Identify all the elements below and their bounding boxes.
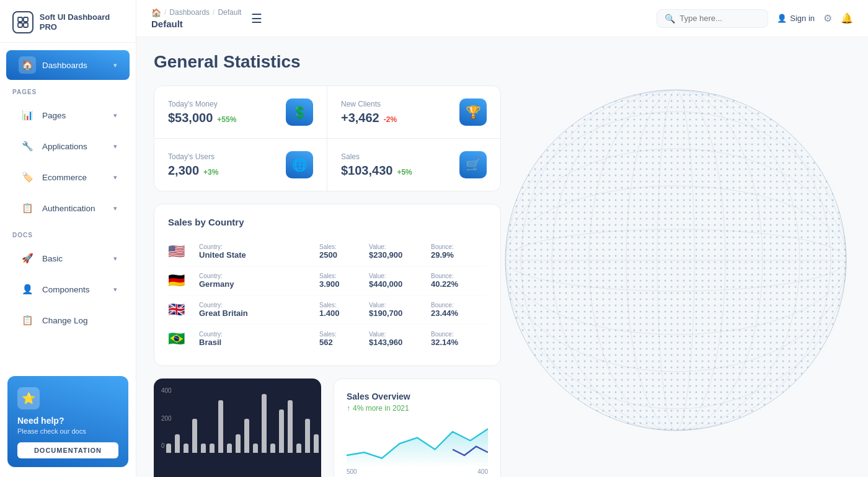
svg-rect-3 bbox=[24, 23, 28, 27]
country-name: Germany bbox=[199, 279, 319, 289]
svg-rect-1 bbox=[24, 17, 28, 22]
y-label-200: 200 bbox=[161, 415, 172, 422]
bar bbox=[270, 444, 275, 453]
documentation-button[interactable]: DOCUMENTATION bbox=[17, 442, 118, 458]
y-label-400: 400 bbox=[161, 387, 172, 394]
bar bbox=[210, 444, 215, 453]
sales-country-title: Sales by Country bbox=[168, 217, 487, 227]
stat-value-clients: +3,462 -2% bbox=[341, 111, 397, 125]
changelog-icon: 📋 bbox=[19, 312, 36, 329]
sales-change: +5% bbox=[397, 168, 412, 177]
chevron-down-icon: ▾ bbox=[113, 112, 117, 120]
sidebar-item-authentication[interactable]: 📋 Authentication ▾ bbox=[6, 193, 130, 223]
country-row: 🇺🇸 Country: United State Sales: 2500 Val… bbox=[168, 237, 487, 266]
sidebar-item-ecommerce[interactable]: 🏷️ Ecommerce ▾ bbox=[6, 162, 130, 192]
country-value: Value: $143,960 bbox=[369, 331, 431, 347]
sidebar-logo: Soft UI Dashboard PRO bbox=[0, 0, 136, 43]
sidebar-item-label: Authentication bbox=[42, 204, 113, 213]
bar bbox=[218, 400, 223, 453]
sales-overview-chart: 500400 bbox=[347, 419, 488, 475]
notification-icon[interactable]: 🔔 bbox=[841, 12, 853, 24]
charts-row: 400 200 0 Sales Overview ↑ 4% more in 20… bbox=[154, 379, 501, 477]
country-info: Country: Brasil bbox=[199, 331, 319, 347]
x-axis-labels: 500400 bbox=[347, 468, 488, 475]
stat-label-users: Today's Users bbox=[168, 152, 218, 161]
sidebar-item-pages[interactable]: 📊 Pages ▾ bbox=[6, 100, 130, 130]
stats-grid: Today's Money $53,000 +55% 💲 New Clients… bbox=[154, 85, 501, 191]
pages-section-label: PAGES bbox=[0, 81, 136, 99]
sales-overview-subtitle: ↑ 4% more in 2021 bbox=[347, 404, 488, 413]
chevron-down-icon: ▾ bbox=[113, 173, 117, 182]
search-input[interactable] bbox=[680, 14, 760, 23]
country-row: 🇬🇧 Country: Great Britain Sales: 1.400 V… bbox=[168, 295, 487, 325]
bar bbox=[192, 419, 197, 453]
ecommerce-icon: 🏷️ bbox=[19, 168, 36, 186]
basic-icon: 🚀 bbox=[19, 250, 36, 267]
bar bbox=[262, 394, 267, 453]
money-amount: $53,000 bbox=[168, 111, 213, 125]
country-bounce: Bounce: 29.9% bbox=[431, 243, 487, 260]
page-title: General Statistics bbox=[154, 52, 851, 72]
logo-text: Soft UI Dashboard PRO bbox=[40, 12, 123, 32]
stat-info-money: Today's Money $53,000 +55% bbox=[168, 100, 236, 125]
signin-button[interactable]: 👤 Sign in bbox=[777, 14, 815, 23]
country-row: 🇧🇷 Country: Brasil Sales: 562 Value: $14… bbox=[168, 325, 487, 353]
bar bbox=[305, 419, 310, 453]
stat-label-money: Today's Money bbox=[168, 100, 236, 108]
sales-amount: $103,430 bbox=[341, 164, 392, 178]
country-sales: Sales: 2500 bbox=[319, 243, 369, 260]
sales-overview-card: Sales Overview ↑ 4% more in 2021 bbox=[334, 379, 501, 477]
hamburger-icon[interactable]: ☰ bbox=[251, 11, 262, 26]
country-bounce: Bounce: 32.14% bbox=[431, 331, 487, 347]
breadcrumb-separator: / bbox=[164, 8, 166, 17]
country-label: Country: bbox=[199, 273, 319, 279]
authentication-icon: 📋 bbox=[19, 199, 36, 217]
country-name: United State bbox=[199, 250, 319, 260]
money-change: +55% bbox=[217, 115, 236, 124]
chevron-down-icon: ▾ bbox=[113, 204, 117, 212]
applications-icon: 🔧 bbox=[19, 138, 36, 155]
sidebar-item-label: Basic bbox=[42, 254, 113, 263]
sidebar-item-changelog[interactable]: 📋 Change Log bbox=[6, 305, 130, 335]
clients-change: -2% bbox=[384, 115, 397, 124]
dashboard-icon: 🏠 bbox=[19, 56, 36, 74]
sidebar: Soft UI Dashboard PRO 🏠 Dashboards ▾ PAG… bbox=[0, 0, 136, 477]
sidebar-nav: 🏠 Dashboards ▾ PAGES 📊 Pages ▾ 🔧 Applica… bbox=[0, 43, 136, 366]
country-bounce: Bounce: 40.22% bbox=[431, 273, 487, 289]
users-icon: 🌐 bbox=[286, 151, 313, 178]
sidebar-item-basic[interactable]: 🚀 Basic ▾ bbox=[6, 243, 130, 273]
users-change: +3% bbox=[203, 168, 218, 177]
logo-icon bbox=[12, 11, 33, 33]
page-title-breadcrumb: Default bbox=[151, 19, 241, 29]
sidebar-item-label: Applications bbox=[42, 142, 113, 151]
svg-marker-21 bbox=[347, 429, 488, 467]
breadcrumb-home-icon[interactable]: 🏠 bbox=[151, 8, 161, 17]
sidebar-help-box: ⭐ Need help? Please check our docs DOCUM… bbox=[7, 376, 128, 467]
arrow-up-icon: ↑ bbox=[347, 404, 350, 413]
country-sales: Sales: 1.400 bbox=[319, 302, 369, 318]
sidebar-item-applications[interactable]: 🔧 Applications ▾ bbox=[6, 131, 130, 161]
breadcrumb-default[interactable]: Default bbox=[218, 8, 241, 17]
stat-value-users: 2,300 +3% bbox=[168, 164, 218, 178]
user-icon: 👤 bbox=[777, 14, 787, 23]
sales-icon: 🛒 bbox=[459, 151, 487, 178]
main-area: 🏠 / Dashboards / Default Default ☰ 🔍 👤 S… bbox=[136, 0, 868, 477]
content: General Statistics Today's Money $53,000… bbox=[136, 37, 868, 477]
sales-overview-sub-text: 4% more in 2021 bbox=[353, 404, 409, 413]
pages-icon: 📊 bbox=[19, 107, 36, 124]
bar-chart bbox=[166, 391, 309, 453]
search-box[interactable]: 🔍 bbox=[657, 9, 768, 28]
settings-icon[interactable]: ⚙ bbox=[823, 12, 832, 24]
bar-chart-card: 400 200 0 bbox=[154, 379, 321, 477]
sidebar-item-components[interactable]: 👤 Components ▾ bbox=[6, 274, 130, 304]
stat-value-sales: $103,430 +5% bbox=[341, 164, 412, 178]
breadcrumb-dashboards[interactable]: Dashboards bbox=[169, 8, 210, 17]
users-amount: 2,300 bbox=[168, 164, 199, 178]
country-value: Value: $440,000 bbox=[369, 273, 431, 289]
bar bbox=[175, 434, 180, 453]
country-rows-container: 🇺🇸 Country: United State Sales: 2500 Val… bbox=[168, 237, 487, 353]
sidebar-item-dashboards[interactable]: 🏠 Dashboards ▾ bbox=[6, 50, 130, 80]
bar bbox=[244, 419, 249, 453]
country-row: 🇩🇪 Country: Germany Sales: 3.900 Value: … bbox=[168, 266, 487, 295]
country-label: Country: bbox=[199, 302, 319, 309]
